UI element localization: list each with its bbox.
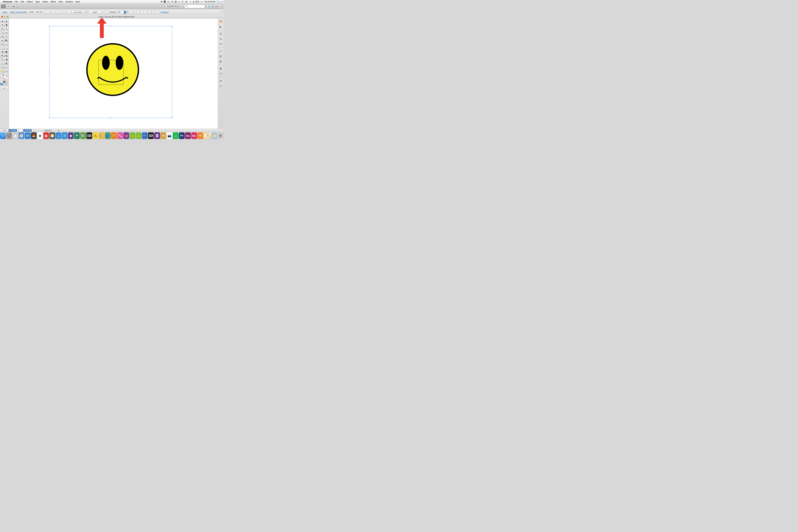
menu-type[interactable]: Type xyxy=(35,0,40,3)
blob-brush-tool[interactable]: ● xyxy=(0,38,4,42)
gradient-mode-swatch[interactable] xyxy=(3,80,5,82)
align-right-button[interactable] xyxy=(144,11,147,14)
align-top-button[interactable] xyxy=(148,11,151,14)
dock-iphoto-icon[interactable]: 🌅 xyxy=(49,132,55,139)
menu-edit[interactable]: Edit xyxy=(21,0,24,3)
dock-appstore-icon[interactable]: Ⓐ xyxy=(62,132,68,139)
dock-skull-icon[interactable]: 💀 xyxy=(154,132,160,139)
opacity-dropdown[interactable]: ▶ xyxy=(124,11,126,14)
paintbrush-tool[interactable]: 🖌 xyxy=(0,35,4,38)
selection-tool[interactable]: ▲ xyxy=(0,19,4,23)
handle-bl[interactable] xyxy=(49,117,50,118)
spotlight-icon[interactable]: 🔍 xyxy=(217,0,219,3)
swatches-panel-icon[interactable]: ⊞ xyxy=(219,32,223,36)
type-tool[interactable]: T xyxy=(4,27,8,30)
battery-icon[interactable]: ▭ xyxy=(201,0,203,3)
dock-candy-icon[interactable]: 🍬 xyxy=(117,132,123,139)
edit-clipping-path-button[interactable]: ⛶ xyxy=(105,11,109,14)
arrange-documents-button[interactable]: ▦▾ xyxy=(12,5,16,8)
dock-notes-icon[interactable]: 📔 xyxy=(99,132,104,139)
transparency-panel-icon[interactable]: ◐ xyxy=(219,59,223,63)
volume-icon[interactable]: 🔊 xyxy=(185,0,188,3)
dock-mu-icon[interactable]: Mu xyxy=(185,132,191,139)
pen-tool[interactable]: ✒ xyxy=(0,27,4,30)
pencil-tool[interactable]: ✎ xyxy=(4,35,8,38)
gradient-panel-icon[interactable]: ▤ xyxy=(219,54,223,58)
width-tool[interactable]: ↔ xyxy=(0,46,4,50)
handle-ml[interactable] xyxy=(49,72,50,73)
workspace-switcher[interactable]: ESSENTIALS ▾ xyxy=(165,5,182,8)
dock-frog1-icon[interactable]: 🐸 xyxy=(129,132,135,139)
filename-link[interactable]: Smiley_Face (4).JPG xyxy=(10,11,27,13)
handle-tc[interactable] xyxy=(110,26,111,27)
opacity-input[interactable] xyxy=(117,11,124,14)
wifi-icon[interactable]: ▲ xyxy=(193,0,195,3)
brushes-panel-icon[interactable]: ♣ xyxy=(219,37,223,41)
search-input[interactable]: 🔍 xyxy=(184,5,205,8)
artboards-panel-icon[interactable]: ▢ xyxy=(219,84,223,88)
selection-type-link[interactable]: Image xyxy=(2,11,7,13)
dock-mail-icon[interactable]: ✉ xyxy=(25,132,31,139)
menu-object[interactable]: Object xyxy=(27,0,33,3)
align-center-button[interactable] xyxy=(140,11,144,14)
gradient-tool[interactable]: ▤ xyxy=(4,54,8,57)
dock-adium-icon[interactable]: 👥 xyxy=(105,132,111,139)
blend-tool[interactable]: ◑ xyxy=(4,57,8,61)
dropbox-menubar-icon[interactable]: ⬇ xyxy=(171,0,173,3)
zoom-tool[interactable]: 🔍 xyxy=(4,69,8,73)
dock-spotify-icon[interactable]: ♫ xyxy=(173,132,178,139)
color-mode-swatch[interactable] xyxy=(0,80,3,82)
stroke-panel-icon[interactable]: ≡ xyxy=(219,49,223,53)
transform-link[interactable]: Transform xyxy=(161,11,169,13)
align-bottom-button[interactable] xyxy=(155,11,158,14)
fill-stroke-swatch[interactable]: ? xyxy=(0,73,8,79)
live-trace-button[interactable]: Live Trace xyxy=(72,11,84,14)
graphic-styles-panel-icon[interactable]: ◎ xyxy=(219,72,223,76)
edit-original-button[interactable]: Edit Original xyxy=(56,11,71,14)
cs-live-button[interactable]: CS Live ▾ xyxy=(206,5,221,8)
color-panel-icon[interactable]: 🎨 xyxy=(219,19,223,23)
dock-app1-icon[interactable]: ▦ xyxy=(43,132,49,139)
shape-builder-tool[interactable]: ◔ xyxy=(0,50,4,53)
symbol-sprayer-tool[interactable]: ✧ xyxy=(0,61,4,65)
align-middle-button[interactable] xyxy=(152,11,155,14)
lasso-tool[interactable]: ◉ xyxy=(4,23,8,26)
app-name[interactable]: Illustrator xyxy=(3,0,13,3)
display-icon[interactable]: ▭ xyxy=(178,0,180,3)
free-transform-tool[interactable]: ⛶ xyxy=(4,46,8,50)
window-zoom-button[interactable] xyxy=(7,16,8,18)
recolor-artwork-button[interactable] xyxy=(130,11,133,14)
dock-illustrator-icon[interactable]: Ai xyxy=(197,132,203,139)
color-guide-panel-icon[interactable]: ◣ xyxy=(219,24,223,28)
none-mode-swatch[interactable] xyxy=(6,80,8,82)
adobe-menubar-icon[interactable]: A xyxy=(164,1,166,3)
appearance-panel-icon[interactable]: ◉ xyxy=(219,66,223,70)
dock-terminal2-icon[interactable]: ⌨ xyxy=(148,132,154,139)
menu-effect[interactable]: Effect xyxy=(51,0,56,3)
screen-mode-button[interactable]: ▭ xyxy=(0,86,8,90)
menu-file[interactable]: File xyxy=(15,0,18,3)
stroke-swatch[interactable] xyxy=(3,75,8,79)
dock-frog2-icon[interactable]: 🐸 xyxy=(136,132,141,139)
dock-evernote-icon[interactable]: 🐘 xyxy=(80,132,86,139)
handle-tl[interactable] xyxy=(49,26,50,27)
artboard-tool[interactable]: ▢ xyxy=(0,65,4,69)
dock-downloads-icon[interactable]: 📁 xyxy=(211,132,217,139)
dock-github-icon[interactable]: 🐙 xyxy=(124,132,129,139)
bridge-button[interactable]: Br xyxy=(7,5,11,8)
live-trace-dropdown[interactable]: ▾ xyxy=(86,11,88,14)
dock-photoshop-icon[interactable]: Ps xyxy=(179,132,185,139)
magic-wand-tool[interactable]: ✦ xyxy=(0,23,4,26)
notification-center-icon[interactable]: ≡ xyxy=(221,0,222,3)
hand-tool[interactable]: ✋ xyxy=(0,69,4,73)
dock-terminal-icon[interactable]: ⌨ xyxy=(86,132,92,139)
menu-help[interactable]: Help xyxy=(75,0,80,3)
direct-selection-tool[interactable]: ▲ xyxy=(4,19,8,23)
dock-scratch-icon[interactable]: 🐱 xyxy=(111,132,117,139)
battery-percent[interactable]: 30% xyxy=(195,1,199,3)
handle-bc[interactable] xyxy=(110,117,111,118)
dock-mw-icon[interactable]: Mw xyxy=(191,132,197,139)
bluetooth-icon[interactable]: ✱ xyxy=(189,0,191,3)
timemachine-icon[interactable]: ↻ xyxy=(182,0,184,3)
draw-inside-button[interactable] xyxy=(6,83,8,85)
